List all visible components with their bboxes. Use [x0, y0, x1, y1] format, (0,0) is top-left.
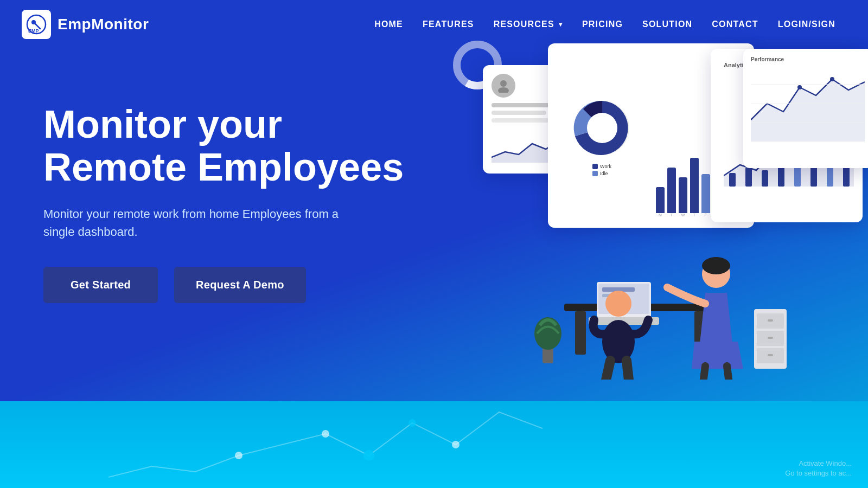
svg-text:EMP: EMP [28, 28, 39, 34]
navbar: EMP EmpMonitor HOME FEATURES RESOURCES ▾… [0, 0, 868, 49]
nav-item-home[interactable]: HOME [374, 20, 403, 29]
svg-point-50 [452, 441, 459, 448]
logo-svg: EMP [26, 14, 47, 35]
hero-subtitle: Monitor your remote work from home Emplo… [43, 205, 347, 241]
nav-link-contact[interactable]: CONTACT [712, 20, 758, 29]
svg-point-46 [235, 452, 242, 459]
svg-rect-45 [768, 354, 773, 356]
watermark: Activate Windo... Go to settings to ac..… [785, 459, 852, 478]
logo-icon: EMP [22, 10, 51, 39]
svg-point-49 [409, 419, 416, 427]
nav-link-resources[interactable]: RESOURCES ▾ [494, 20, 563, 29]
nav-link-home[interactable]: HOME [374, 20, 403, 29]
svg-rect-26 [575, 311, 586, 355]
request-demo-button[interactable]: Request A Demo [174, 267, 306, 303]
hero-content: Monitor your Remote Employees Monitor yo… [43, 81, 404, 303]
nav-item-contact[interactable]: CONTACT [712, 20, 758, 29]
nav-links: HOME FEATURES RESOURCES ▾ PRICING SOLUTI… [374, 20, 835, 29]
nav-link-features[interactable]: FEATURES [423, 20, 474, 29]
hero-section: Monitor your Remote Employees Monitor yo… [0, 49, 868, 303]
nav-link-pricing[interactable]: PRICING [582, 20, 623, 29]
nav-item-resources[interactable]: RESOURCES ▾ [494, 20, 563, 29]
nav-item-solution[interactable]: SOLUTION [642, 20, 692, 29]
nav-link-solution[interactable]: SOLUTION [642, 20, 692, 29]
nav-link-login[interactable]: LOGIN/SIGN [778, 20, 835, 29]
hero-title: Monitor your Remote Employees [43, 103, 404, 189]
svg-point-47 [322, 430, 329, 438]
logo-area[interactable]: EMP EmpMonitor [22, 10, 149, 39]
page-wrapper: EMP EmpMonitor HOME FEATURES RESOURCES ▾… [0, 0, 868, 488]
svg-rect-43 [768, 319, 773, 322]
nav-item-features[interactable]: FEATURES [423, 20, 474, 29]
svg-rect-44 [768, 337, 773, 339]
chevron-down-icon: ▾ [559, 21, 563, 28]
svg-point-33 [602, 320, 635, 363]
nav-item-pricing[interactable]: PRICING [582, 20, 623, 29]
get-started-button[interactable]: Get Started [43, 267, 158, 303]
nav-item-login[interactable]: LOGIN/SIGN [778, 20, 835, 29]
svg-point-48 [363, 450, 374, 461]
brand-name: EmpMonitor [58, 16, 149, 33]
hero-buttons: Get Started Request A Demo [43, 267, 404, 303]
